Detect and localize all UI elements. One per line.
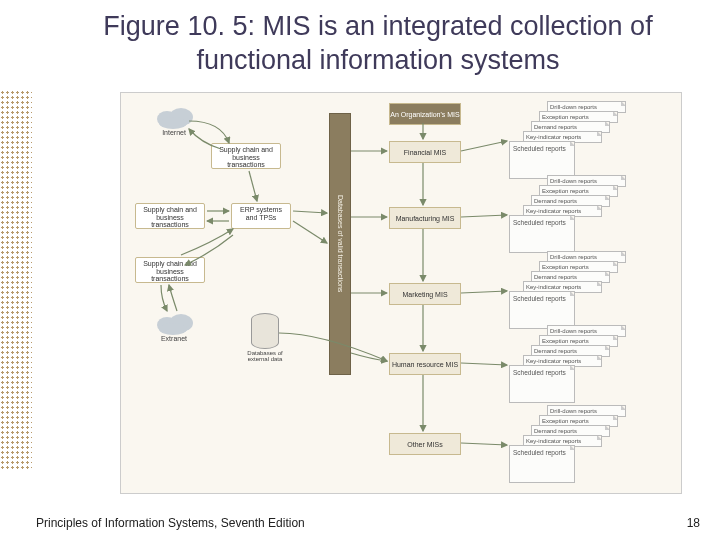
mis-hr: Human resource MIS: [389, 353, 461, 375]
cloud-internet-label: Internet: [149, 129, 199, 136]
cloud-extranet-label: Extranet: [149, 335, 199, 342]
mis-marketing: Marketing MIS: [389, 283, 461, 305]
mis-financial: Financial MIS: [389, 141, 461, 163]
mis-header: An Organization's MIS: [389, 103, 461, 125]
cloud-internet: Internet: [149, 105, 199, 136]
db-cylinder-icon: [251, 313, 279, 349]
db-valid-transactions-bar: Databases of valid transactions: [329, 113, 351, 375]
svg-point-2: [159, 117, 187, 129]
db-external: Databases of external data: [245, 313, 285, 363]
box-supply-chain-2: Supply chain and business transactions: [135, 203, 205, 229]
slide: Figure 10. 5: MIS is an integrated colle…: [0, 0, 720, 540]
db-external-label: Databases of external data: [245, 350, 285, 363]
reports-financial: Drill-down reports Exception reports Dem…: [499, 101, 634, 161]
mis-other: Other MISs: [389, 433, 461, 455]
page-number: 18: [687, 516, 700, 530]
box-erp-tps: ERP systems and TPSs: [231, 203, 291, 229]
report-scheduled: Scheduled reports: [509, 215, 575, 253]
mis-diagram: Internet Extranet Supply chain and busin…: [120, 92, 682, 494]
footer-text: Principles of Information Systems, Seven…: [36, 516, 305, 530]
slide-title: Figure 10. 5: MIS is an integrated colle…: [36, 10, 720, 78]
cloud-extranet: Extranet: [149, 311, 199, 342]
reports-marketing: Drill-down reports Exception reports Dem…: [499, 251, 634, 311]
reports-manufacturing: Drill-down reports Exception reports Dem…: [499, 175, 634, 235]
decorative-dots: [0, 90, 32, 470]
report-scheduled: Scheduled reports: [509, 445, 575, 483]
report-scheduled: Scheduled reports: [509, 365, 575, 403]
report-scheduled: Scheduled reports: [509, 141, 575, 179]
box-supply-chain-1: Supply chain and business transactions: [211, 143, 281, 169]
box-supply-chain-3: Supply chain and business transactions: [135, 257, 205, 283]
reports-other: Drill-down reports Exception reports Dem…: [499, 405, 634, 465]
report-scheduled: Scheduled reports: [509, 291, 575, 329]
mis-manufacturing: Manufacturing MIS: [389, 207, 461, 229]
reports-hr: Drill-down reports Exception reports Dem…: [499, 325, 634, 385]
svg-point-5: [159, 323, 187, 335]
